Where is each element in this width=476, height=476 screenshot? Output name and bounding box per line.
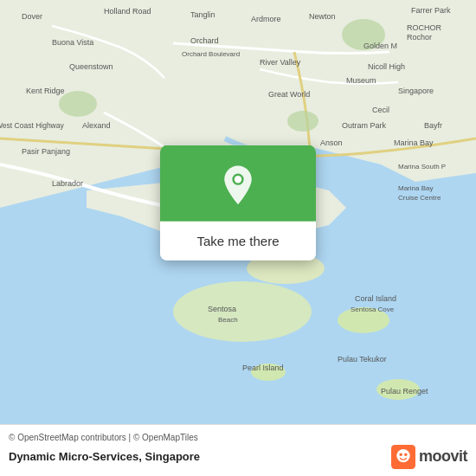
svg-point-56 <box>404 453 408 456</box>
svg-text:Cruise Centre: Cruise Centre <box>398 194 441 202</box>
svg-text:Rochor: Rochor <box>407 33 432 42</box>
svg-text:Holland Road: Holland Road <box>104 7 151 16</box>
popup-icon-area <box>160 145 316 222</box>
svg-text:Sentosa: Sentosa <box>208 305 236 313</box>
svg-text:Marina South P: Marina South P <box>398 163 446 170</box>
svg-text:Buona Vista: Buona Vista <box>52 38 93 47</box>
svg-text:Pasir Panjang: Pasir Panjang <box>22 147 70 156</box>
svg-text:River Valley: River Valley <box>260 58 301 67</box>
moovit-text: moovit <box>419 447 467 466</box>
svg-text:Coral Island: Coral Island <box>355 294 396 303</box>
svg-text:Bayfr: Bayfr <box>424 121 442 130</box>
svg-text:Pulau Renget: Pulau Renget <box>381 387 428 396</box>
svg-text:Orchard Boulevard: Orchard Boulevard <box>182 50 240 58</box>
svg-point-52 <box>235 176 241 183</box>
svg-text:Tanglin: Tanglin <box>190 10 215 19</box>
moovit-logo: moovit <box>391 445 467 469</box>
popup-card: Take me there <box>160 145 316 261</box>
svg-point-8 <box>59 91 97 117</box>
svg-text:Nicoll High: Nicoll High <box>368 62 405 71</box>
svg-text:Cecil: Cecil <box>372 106 389 114</box>
svg-text:Marina Bay: Marina Bay <box>398 184 433 192</box>
svg-text:Dover: Dover <box>22 12 42 21</box>
svg-text:Sentosa Cove: Sentosa Cove <box>351 306 395 313</box>
location-pin-icon <box>217 164 259 206</box>
svg-text:Pulau Tekukor: Pulau Tekukor <box>338 355 387 363</box>
svg-text:Beach: Beach <box>218 316 238 324</box>
svg-point-54 <box>396 448 409 461</box>
svg-text:Queenstown: Queenstown <box>69 62 113 71</box>
location-info: Dynamic Micro-Services, Singapore moovit <box>9 445 467 469</box>
location-name: Dynamic Micro-Services, Singapore <box>9 450 200 463</box>
bottom-bar: © OpenStreetMap contributors | © OpenMap… <box>0 424 476 476</box>
svg-text:Alexand: Alexand <box>82 121 111 130</box>
svg-text:Labrador: Labrador <box>52 179 83 188</box>
svg-text:ROCHOR: ROCHOR <box>407 23 441 32</box>
svg-text:Farrer Park: Farrer Park <box>411 6 451 15</box>
svg-point-55 <box>399 453 402 456</box>
svg-text:Orchard: Orchard <box>190 36 219 45</box>
svg-text:Kent Ridge: Kent Ridge <box>26 87 65 95</box>
svg-text:Singapore: Singapore <box>398 87 434 95</box>
svg-text:Ardmore: Ardmore <box>251 15 281 23</box>
svg-point-3 <box>173 281 312 342</box>
svg-point-10 <box>287 111 318 132</box>
map-container: Dover Holland Road Tanglin Ardmore Newto… <box>0 0 476 424</box>
take-me-there-button[interactable]: Take me there <box>160 222 316 261</box>
svg-text:Museum: Museum <box>346 76 376 85</box>
svg-text:Golden M: Golden M <box>363 42 397 50</box>
svg-text:Anson: Anson <box>320 138 343 147</box>
svg-text:Great World: Great World <box>268 90 310 99</box>
svg-text:Marina Bay: Marina Bay <box>394 138 434 147</box>
svg-text:Outram Park: Outram Park <box>342 121 387 130</box>
svg-text:West Coast Highway: West Coast Highway <box>0 121 64 130</box>
attribution-text: © OpenStreetMap contributors | © OpenMap… <box>9 433 467 442</box>
svg-text:Newton: Newton <box>309 12 336 21</box>
moovit-brand-icon <box>391 445 415 469</box>
svg-text:Pearl Island: Pearl Island <box>242 363 284 372</box>
